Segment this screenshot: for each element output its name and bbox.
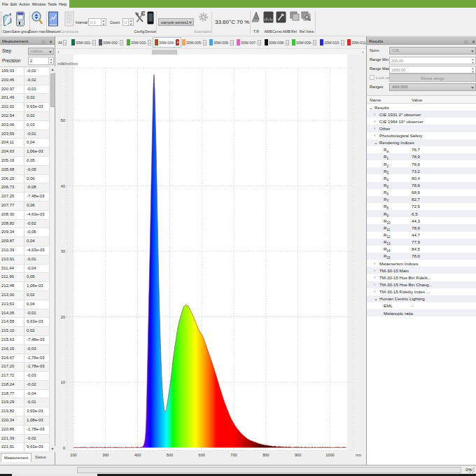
svg-text:800: 800 — [262, 453, 269, 457]
svg-text:700: 700 — [230, 453, 237, 457]
svg-text:10: 10 — [61, 380, 65, 384]
svg-text:300: 300 — [102, 453, 108, 457]
svg-text:20: 20 — [61, 315, 65, 319]
svg-text:0: 0 — [63, 446, 65, 450]
svg-text:400: 400 — [134, 453, 141, 457]
svg-text:nm: nm — [356, 453, 361, 457]
svg-text:50: 50 — [61, 118, 65, 122]
svg-text:200: 200 — [70, 453, 76, 457]
svg-text:900: 900 — [295, 453, 301, 457]
svg-text:1000: 1000 — [326, 453, 334, 457]
svg-text:40: 40 — [61, 184, 65, 188]
svg-text:600: 600 — [199, 453, 205, 457]
svg-text:mW/m²/nm: mW/m²/nm — [57, 62, 78, 66]
svg-text:500: 500 — [167, 453, 173, 457]
svg-text:30: 30 — [61, 249, 65, 253]
